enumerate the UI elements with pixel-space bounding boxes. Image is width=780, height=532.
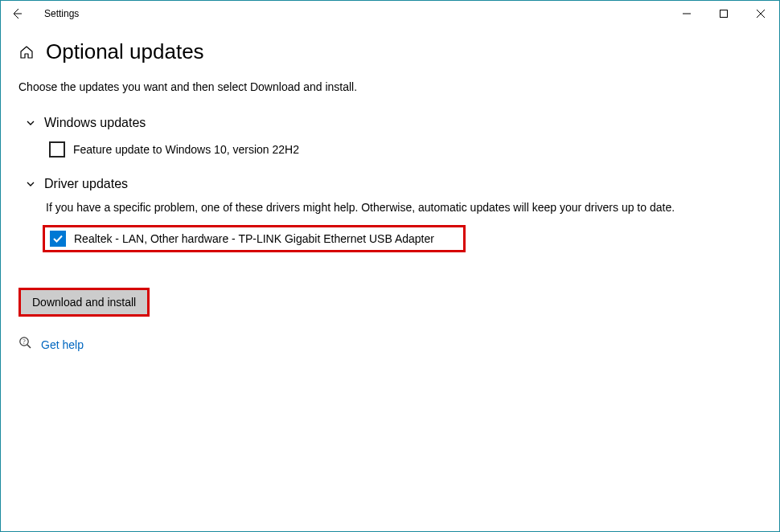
minimize-icon bbox=[683, 10, 691, 18]
minimize-button[interactable] bbox=[668, 1, 705, 27]
get-help-link[interactable]: Get help bbox=[41, 338, 84, 351]
maximize-icon bbox=[720, 10, 728, 18]
home-icon-svg bbox=[18, 44, 35, 60]
driver-updates-expander[interactable]: Driver updates bbox=[25, 177, 762, 191]
checkmark-icon bbox=[52, 233, 64, 244]
windows-updates-expander[interactable]: Windows updates bbox=[25, 116, 762, 130]
home-icon[interactable] bbox=[18, 44, 35, 60]
page-subtitle: Choose the updates you want and then sel… bbox=[18, 80, 762, 93]
driver-updates-section: Driver updates If you have a specific pr… bbox=[18, 177, 762, 270]
svg-rect-0 bbox=[720, 10, 728, 18]
close-button[interactable] bbox=[742, 1, 779, 27]
page-body: Optional updates Choose the updates you … bbox=[1, 27, 779, 353]
windows-update-label: Feature update to Windows 10, version 22… bbox=[73, 143, 299, 156]
titlebar: Settings bbox=[1, 1, 779, 27]
driver-update-label: Realtek - LAN, Other hardware - TP-LINK … bbox=[74, 232, 458, 245]
page-header: Optional updates bbox=[18, 39, 762, 64]
close-icon bbox=[757, 10, 765, 18]
window-controls bbox=[668, 1, 779, 27]
windows-updates-section: Windows updates Feature update to Window… bbox=[18, 116, 762, 159]
page-title: Optional updates bbox=[46, 39, 204, 64]
back-button[interactable] bbox=[10, 7, 36, 20]
driver-updates-description: If you have a specific problem, one of t… bbox=[46, 201, 762, 214]
window-title: Settings bbox=[44, 8, 79, 19]
chevron-down-icon bbox=[25, 117, 36, 129]
maximize-button[interactable] bbox=[705, 1, 742, 27]
windows-update-checkbox[interactable] bbox=[49, 141, 65, 158]
back-arrow-icon bbox=[10, 7, 23, 20]
download-button-highlight: Download and install bbox=[18, 288, 150, 317]
help-icon: ? bbox=[18, 336, 33, 353]
get-help-row[interactable]: ? Get help bbox=[18, 336, 762, 353]
driver-item-highlight: Realtek - LAN, Other hardware - TP-LINK … bbox=[43, 225, 466, 252]
svg-text:?: ? bbox=[23, 338, 26, 346]
download-and-install-button[interactable]: Download and install bbox=[21, 290, 147, 314]
chevron-down-icon bbox=[25, 178, 36, 190]
driver-updates-title: Driver updates bbox=[44, 177, 128, 191]
windows-update-item[interactable]: Feature update to Windows 10, version 22… bbox=[46, 140, 762, 159]
windows-updates-title: Windows updates bbox=[44, 116, 146, 130]
driver-update-checkbox[interactable] bbox=[50, 231, 66, 247]
